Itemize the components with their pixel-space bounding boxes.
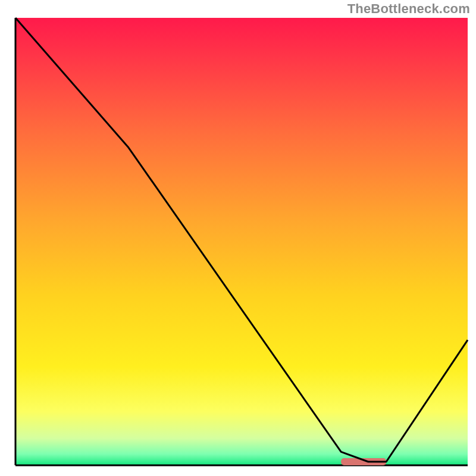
watermark-text: TheBottleneck.com [347, 1, 470, 17]
plot-background [15, 18, 468, 465]
bottleneck-chart [0, 0, 476, 476]
chart-root: TheBottleneck.com [0, 0, 476, 476]
